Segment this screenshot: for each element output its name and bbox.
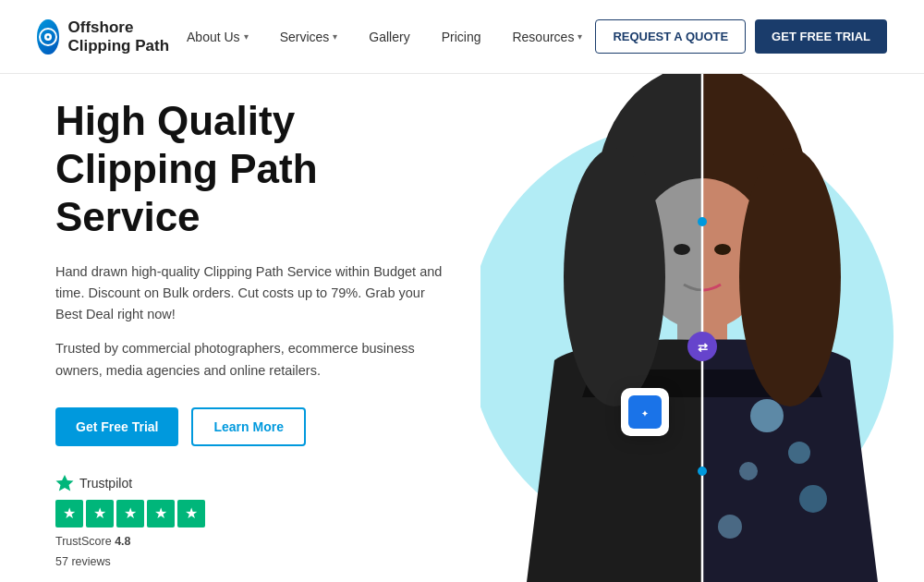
svg-text:⇄: ⇄: [698, 341, 708, 355]
hero-buttons: Get Free Trial Learn More: [55, 407, 444, 446]
svg-point-22: [698, 217, 707, 226]
svg-point-2: [46, 35, 49, 38]
svg-marker-3: [56, 475, 74, 491]
svg-point-23: [698, 467, 707, 476]
nav-gallery[interactable]: Gallery: [356, 22, 422, 52]
learn-more-button[interactable]: Learn More: [191, 407, 305, 446]
logo-text: Offshore Clipping Path: [68, 18, 175, 55]
hero-description: Hand drawn high-quality Clipping Path Se…: [55, 261, 444, 326]
hero-image: ⇄ ✦: [480, 74, 924, 582]
svg-point-14: [739, 462, 758, 480]
navbar: Offshore Clipping Path About Us ▾ Servic…: [0, 0, 924, 74]
hero-image-svg: ⇄ ✦: [480, 74, 924, 582]
star-4: ★: [147, 500, 175, 527]
get-free-trial-button[interactable]: Get Free Trial: [55, 407, 178, 446]
trustpilot-name: Trustpilot: [79, 476, 132, 491]
nav-links: About Us ▾ Services ▾ Gallery Pricing Re…: [174, 22, 595, 52]
chevron-down-icon: ▾: [244, 31, 249, 42]
nav-resources[interactable]: Resources ▾: [499, 22, 595, 52]
trustpilot-star-icon: [55, 474, 74, 492]
nav-pricing[interactable]: Pricing: [429, 22, 494, 52]
svg-text:✦: ✦: [641, 409, 649, 418]
trust-score: TrustScore 4.8: [55, 535, 444, 548]
chevron-down-icon: ▾: [578, 31, 582, 42]
trust-reviews: 57 reviews: [55, 555, 444, 568]
svg-point-19: [674, 244, 690, 255]
svg-point-17: [564, 148, 665, 406]
hero-title: High Quality Clipping Path Service: [55, 97, 444, 241]
logo[interactable]: Offshore Clipping Path: [37, 18, 174, 55]
hero-section: High Quality Clipping Path Service Hand …: [0, 74, 924, 582]
get-free-trial-nav-button[interactable]: GET FREE TRIAL: [755, 19, 887, 54]
hero-trusted-text: Trusted by commercial photographers, eco…: [55, 338, 444, 381]
star-3: ★: [116, 500, 144, 527]
svg-point-18: [739, 148, 841, 406]
star-1: ★: [55, 500, 83, 527]
nav-services[interactable]: Services ▾: [267, 22, 351, 52]
stars-row: ★ ★ ★ ★ ★: [55, 500, 444, 527]
hero-content: High Quality Clipping Path Service Hand …: [0, 74, 480, 582]
trustpilot-header: Trustpilot: [55, 474, 444, 492]
svg-point-15: [799, 485, 827, 513]
nav-actions: REQUEST A QUOTE GET FREE TRIAL: [595, 19, 887, 54]
svg-point-20: [714, 244, 731, 255]
star-2: ★: [86, 500, 114, 527]
star-5: ★: [177, 500, 205, 527]
request-quote-button[interactable]: REQUEST A QUOTE: [595, 19, 746, 54]
nav-about[interactable]: About Us ▾: [174, 22, 261, 52]
logo-icon: [37, 19, 59, 55]
trustpilot-widget: Trustpilot ★ ★ ★ ★ ★ TrustScore 4.8 57 r…: [55, 474, 444, 568]
svg-point-16: [718, 515, 742, 539]
svg-point-12: [750, 399, 784, 432]
chevron-down-icon: ▾: [333, 31, 337, 42]
svg-point-13: [788, 442, 810, 464]
